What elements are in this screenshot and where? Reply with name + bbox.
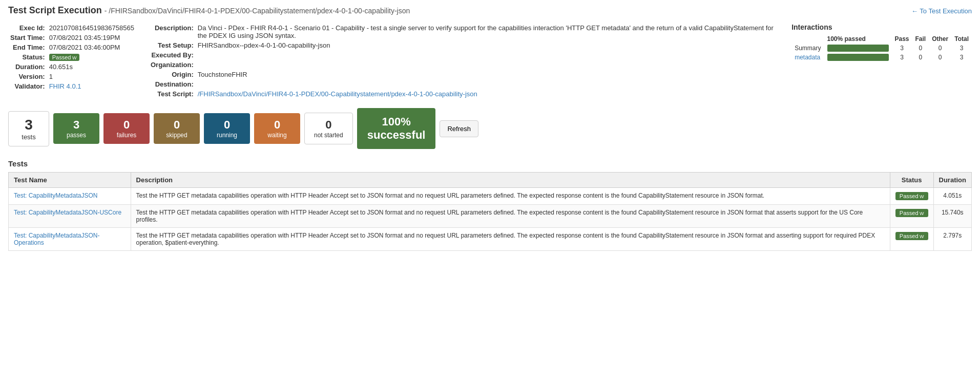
back-link[interactable]: ← To Test Execution	[911, 7, 972, 15]
passes-label: passes	[67, 132, 86, 139]
test-status-cell: Passed	[890, 228, 933, 251]
end-time-label: End Time:	[8, 42, 47, 52]
interaction-total: 3	[951, 44, 972, 53]
tests-title: Tests	[8, 159, 972, 168]
duration-label: Duration:	[8, 62, 47, 72]
stats-bar: 3 tests 3 passes 0 failures 0 skipped 0 …	[8, 108, 972, 149]
col-description: Description	[131, 173, 890, 188]
interaction-fail: 0	[912, 53, 929, 62]
test-description-cell: Test the HTTP GET metadata capabilities …	[131, 188, 890, 205]
test-script-value: /FHIRSandbox/DaVinci/FHIR4-0-1-PDEX/00-C…	[196, 89, 779, 99]
skipped-count: 0	[174, 118, 180, 132]
test-setup-label: Test Setup:	[149, 40, 196, 50]
interaction-other: 0	[929, 53, 951, 62]
stat-failures: 0 failures	[103, 113, 150, 144]
waiting-count: 0	[274, 118, 280, 132]
description-text: Da Vinci - PDex - FHIR R4-0-1 - Scenario…	[196, 23, 779, 40]
test-status-cell: Passed	[890, 188, 933, 205]
test-name-cell: Test: CapabilityMetadataJSON-Operations	[9, 228, 131, 251]
status-value: Passed	[47, 52, 136, 62]
total-label: tests	[22, 133, 35, 141]
exec-details: Exec Id: 20210708164519836758565 Start T…	[8, 23, 136, 99]
col-pass: Pass	[892, 34, 912, 44]
info-section: Exec Id: 20210708164519836758565 Start T…	[8, 23, 972, 99]
passes-count: 3	[73, 118, 79, 132]
test-status-badge: Passed	[895, 232, 928, 240]
interaction-link[interactable]: metadata	[795, 54, 820, 61]
test-script-link[interactable]: /FHIRSandbox/DaVinci/FHIR4-0-1-PDEX/00-C…	[198, 90, 477, 98]
col-name	[791, 34, 824, 44]
duration-value: 40.651s	[47, 62, 136, 72]
validator-value: FHIR 4.0.1	[47, 81, 136, 91]
version-label: Version:	[8, 72, 47, 81]
test-duration-cell: 2.797s	[933, 228, 971, 251]
test-duration-cell: 4.051s	[933, 188, 971, 205]
tests-section: Tests Test Name Description Status Durat…	[8, 159, 972, 251]
executed-by-value	[196, 50, 779, 60]
test-name-cell: Test: CapabilityMetadataJSON-USCore	[9, 205, 131, 228]
start-time-label: Start Time:	[8, 33, 47, 42]
interactions-title: Interactions	[791, 23, 972, 31]
description-label: Description:	[149, 23, 196, 40]
col-pct: 100% passed	[824, 34, 892, 44]
organization-label: Organization:	[149, 60, 196, 70]
total-count: 3	[25, 117, 33, 133]
interaction-name[interactable]: metadata	[791, 53, 824, 62]
col-other: Other	[929, 34, 951, 44]
interaction-name: Summary	[791, 44, 824, 53]
not-started-label: not started	[314, 132, 343, 139]
skipped-label: skipped	[166, 132, 187, 139]
title-path: - /FHIRSandbox/DaVinci/FHIR4-0-1-PDEX/00…	[105, 7, 410, 15]
test-duration-cell: 15.740s	[933, 205, 971, 228]
start-time-value: 07/08/2021 03:45:19PM	[47, 33, 136, 42]
waiting-label: waiting	[267, 132, 286, 139]
origin-label: Origin:	[149, 70, 196, 79]
table-row: Test: CapabilityMetadataJSONTest the HTT…	[9, 188, 972, 205]
end-time-value: 07/08/2021 03:46:00PM	[47, 42, 136, 52]
stat-not-started: 0 not started	[304, 113, 353, 144]
status-label: Status:	[8, 52, 47, 62]
col-duration: Duration	[933, 173, 971, 188]
success-label: successful	[367, 129, 426, 142]
col-test-name: Test Name	[9, 173, 131, 188]
organization-value	[196, 60, 779, 70]
success-pct: 100%	[367, 115, 426, 129]
origin-value: TouchstoneFHIR	[196, 70, 779, 79]
interaction-progress	[824, 44, 892, 53]
tests-table: Test Name Description Status Duration Te…	[8, 172, 972, 251]
col-fail: Fail	[912, 34, 929, 44]
table-row: Test: CapabilityMetadataJSON-USCoreTest …	[9, 205, 972, 228]
interaction-row: metadata3003	[791, 53, 972, 62]
col-total: Total	[951, 34, 972, 44]
test-setup-value: FHIRSandbox--pdex-4-0-1-00-capability-js…	[196, 40, 779, 50]
failures-label: failures	[117, 132, 137, 139]
validator-link[interactable]: FHIR 4.0.1	[49, 82, 81, 90]
interaction-progress	[824, 53, 892, 62]
test-name-link[interactable]: Test: CapabilityMetadataJSON	[14, 192, 97, 199]
stat-waiting: 0 waiting	[254, 113, 300, 144]
interaction-fail: 0	[912, 44, 929, 53]
failures-count: 0	[123, 118, 130, 132]
running-label: running	[217, 132, 237, 139]
test-status-badge: Passed	[895, 192, 928, 200]
test-name-link[interactable]: Test: CapabilityMetadataJSON-Operations	[14, 232, 99, 246]
test-status-cell: Passed	[890, 205, 933, 228]
test-description-cell: Test the HTTP GET metadata capabilities …	[131, 205, 890, 228]
interaction-pass: 3	[892, 44, 912, 53]
stat-running: 0 running	[204, 113, 250, 144]
refresh-button[interactable]: Refresh	[440, 120, 478, 137]
interaction-total: 3	[951, 53, 972, 62]
exec-id-value: 20210708164519836758565	[47, 23, 136, 33]
validator-label: Validator:	[8, 81, 47, 91]
col-status: Status	[890, 173, 933, 188]
exec-id-label: Exec Id:	[8, 23, 47, 33]
destination-value	[196, 79, 779, 89]
interactions-table: 100% passed Pass Fail Other Total Summar…	[791, 34, 972, 62]
test-name-cell: Test: CapabilityMetadataJSON	[9, 188, 131, 205]
destination-label: Destination:	[149, 79, 196, 89]
test-name-link[interactable]: Test: CapabilityMetadataJSON-USCore	[14, 209, 121, 216]
interaction-other: 0	[929, 44, 951, 53]
table-row: Test: CapabilityMetadataJSON-OperationsT…	[9, 228, 972, 251]
page-title: Test Script Execution - /FHIRSandbox/DaV…	[8, 5, 410, 16]
interaction-pass: 3	[892, 53, 912, 62]
